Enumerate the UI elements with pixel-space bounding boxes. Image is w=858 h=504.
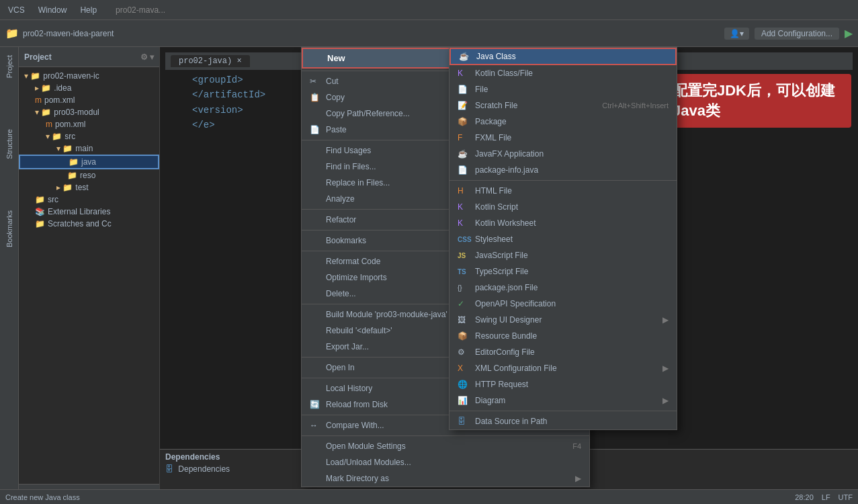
settings-shortcut: F4 — [572, 442, 581, 450]
tree-item-pom-module[interactable]: m pom.xml — [19, 118, 159, 130]
tree-item-main[interactable]: ▾ 📁 main — [19, 142, 159, 155]
java-class-label: Java Class — [476, 52, 516, 61]
stylesheet-icon: CSS — [458, 236, 471, 243]
menu-window[interactable]: Window — [36, 4, 70, 16]
submenu-resource-bundle[interactable]: 📦 Resource Bundle — [449, 328, 677, 344]
project-header: Project ⚙ ▾ — [19, 47, 159, 67]
submenu-editorconfig[interactable]: ⚙ EditorConfig File — [449, 344, 677, 360]
submenu-stylesheet[interactable]: CSS Stylesheet — [449, 231, 677, 247]
ts-label: TypeScript File — [475, 267, 528, 276]
submenu-html[interactable]: H HTML File — [449, 183, 677, 199]
tree-item-reso[interactable]: 📁 reso — [19, 169, 159, 181]
submenu-kotlin-script[interactable]: K Kotlin Script — [449, 199, 677, 215]
openapi-label: OpenAPI Specification — [475, 299, 556, 308]
open-in-label: Open In — [326, 363, 355, 372]
submenu-openapi[interactable]: ✓ OpenAPI Specification — [449, 296, 677, 312]
submenu-javascript[interactable]: JS JavaScript File — [449, 247, 677, 263]
delete-label: Delete... — [326, 289, 356, 298]
submenu-java-class[interactable]: ☕ Java Class — [449, 48, 677, 65]
diagram-icon: 📊 — [458, 396, 471, 405]
submenu-typescript[interactable]: TS TypeScript File — [449, 263, 677, 280]
tree-item-ext-libs[interactable]: 📚 External Libraries — [19, 206, 159, 218]
tree-item-idea[interactable]: ▸ 📁 .idea — [19, 82, 159, 94]
content-area: pro02-java) × <groupId> </artifactId> <v… — [160, 47, 858, 504]
local-history-label: Local History — [326, 384, 372, 393]
submenu-kotlin-worksheet[interactable]: K Kotlin Worksheet — [449, 215, 677, 231]
compare-label: Compare With... — [326, 421, 384, 430]
tree-item-src[interactable]: ▾ 📁 src — [19, 130, 159, 142]
datasource-label: Data Source in Path — [475, 417, 547, 426]
tree-item-java[interactable]: 📁 java — [19, 155, 159, 169]
dependencies-label[interactable]: Dependencies — [165, 452, 220, 462]
add-config-button[interactable]: Add Configuration... — [755, 28, 839, 40]
submenu-xml-config[interactable]: X XML Configuration File ▶ — [449, 360, 677, 376]
tree-item-pro02[interactable]: ▾ 📁 pro02-maven-ic — [19, 70, 159, 82]
submenu-diagram[interactable]: 📊 Diagram ▶ — [449, 392, 677, 409]
run-button[interactable]: ▶ — [845, 27, 853, 40]
cut-icon: ✂ — [310, 77, 322, 86]
rebuild-label: Rebuild '<default>' — [326, 326, 392, 335]
status-time: 28:20 — [795, 493, 814, 501]
menu-item-load-unload[interactable]: Load/Unload Modules... — [302, 454, 589, 470]
dep-tab-icon: 🗄 — [165, 464, 173, 474]
find-usages-label: Find Usages — [326, 146, 371, 155]
tree-item-test[interactable]: ▸ 📁 test — [19, 181, 159, 194]
xml-label: XML Configuration File — [475, 364, 557, 373]
file-icon: 📄 — [458, 85, 471, 94]
menu-vcs[interactable]: VCS — [5, 4, 28, 16]
copy-label: Copy — [326, 93, 345, 102]
project-icon: 📁 — [5, 27, 19, 40]
cut-label: Cut — [326, 77, 339, 86]
menu-help[interactable]: Help — [77, 4, 99, 16]
project-settings-icon[interactable]: ⚙ ▾ — [140, 52, 154, 62]
openapi-icon: ✓ — [458, 299, 471, 308]
tree-item-scratches[interactable]: 📁 Scratches and Cc — [19, 218, 159, 230]
sidebar-item-project[interactable]: Project — [3, 50, 16, 83]
editorconfig-icon: ⚙ — [458, 347, 471, 357]
submenu-kotlin-class[interactable]: K Kotlin Class/File — [449, 65, 677, 81]
stylesheet-label: Stylesheet — [475, 235, 513, 244]
sidebar-item-bookmarks[interactable]: Bookmarks — [3, 205, 16, 253]
project-header-label: Project — [24, 52, 52, 62]
annotation-box: 配置完JDK后，可以创建Java类 — [663, 74, 851, 128]
paste-icon: 📄 — [310, 125, 322, 134]
tree-item-pom-parent[interactable]: m pom.xml — [19, 94, 159, 106]
editor-tab[interactable]: pro02-java) × — [171, 55, 250, 67]
submenu-package-info[interactable]: 📄 package-info.java — [449, 162, 677, 178]
ts-icon: TS — [458, 268, 471, 276]
project-title: pro02-mava... — [113, 4, 168, 16]
submenu-http-request[interactable]: 🌐 HTTP Request — [449, 376, 677, 392]
new-submenu[interactable]: ☕ Java Class K Kotlin Class/File 📄 File … — [449, 47, 677, 430]
export-label: Export Jar... — [326, 342, 369, 351]
package-info-label: package-info.java — [475, 165, 538, 175]
http-label: HTTP Request — [475, 380, 528, 389]
submenu-fxml[interactable]: F FXML File — [449, 130, 677, 146]
javafx-label: JavaFX Application — [475, 149, 544, 159]
kotlin-worksheet-label: Kotlin Worksheet — [475, 218, 536, 228]
status-utf: UTF — [839, 493, 853, 501]
replace-label: Replace in Files... — [326, 178, 390, 187]
menu-bar[interactable]: VCS Window Help pro02-mava... — [5, 4, 168, 16]
submenu-file[interactable]: 📄 File — [449, 81, 677, 97]
scratch-icon: 📝 — [458, 101, 471, 110]
sub-separator-2 — [449, 411, 677, 411]
menu-item-module-settings[interactable]: Open Module Settings F4 — [302, 438, 589, 454]
main-layout: Project Structure Bookmarks Project ⚙ ▾ … — [0, 47, 858, 504]
kotlin-script-label: Kotlin Script — [475, 202, 518, 212]
project-panel: Project ⚙ ▾ ▾ 📁 pro02-maven-ic ▸ 📁 .idea… — [19, 47, 160, 504]
tree-item-src2[interactable]: 📁 src — [19, 194, 159, 206]
submenu-javafx[interactable]: ☕ JavaFX Application — [449, 146, 677, 162]
pkg-json-icon: {} — [458, 284, 471, 292]
scratch-label: Scratch File — [475, 101, 517, 110]
menu-item-mark-dir[interactable]: Mark Directory as ▶ — [302, 470, 589, 487]
tree-item-pro03[interactable]: ▾ 📁 pro03-modul — [19, 106, 159, 118]
submenu-package[interactable]: 📦 Package — [449, 114, 677, 130]
submenu-swing-ui[interactable]: 🖼 Swing UI Designer ▶ — [449, 312, 677, 328]
user-icon[interactable]: 👤▾ — [724, 28, 749, 40]
submenu-scratch-file[interactable]: 📝 Scratch File Ctrl+Alt+Shift+Insert — [449, 97, 677, 114]
submenu-data-source[interactable]: 🗄 Data Source in Path — [449, 413, 677, 429]
diagram-label: Diagram — [475, 396, 505, 405]
separator-10 — [302, 435, 589, 436]
submenu-package-json[interactable]: {} package.json File — [449, 280, 677, 296]
sidebar-item-structure[interactable]: Structure — [3, 124, 16, 165]
